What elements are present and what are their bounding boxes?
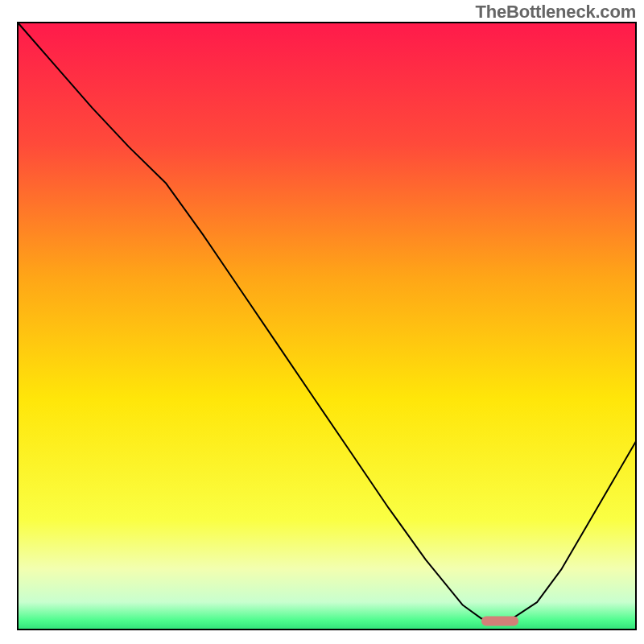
optimal-marker xyxy=(481,616,518,625)
chart-container: TheBottleneck.com xyxy=(0,0,644,644)
chart-background xyxy=(18,23,636,630)
bottleneck-chart xyxy=(0,0,644,644)
